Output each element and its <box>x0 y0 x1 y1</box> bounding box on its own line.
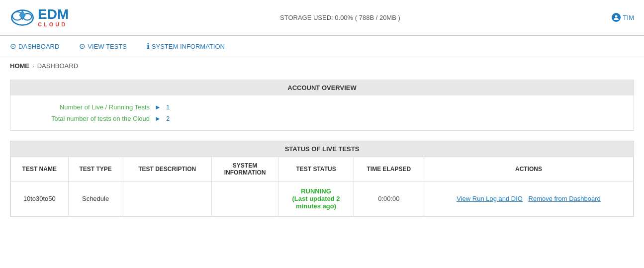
cell-time-elapsed: 0:00:00 <box>354 181 424 216</box>
logo: EDM CLOUD <box>10 5 69 30</box>
live-tests-table-wrap: TEST NAME TEST TYPE TEST DESCRIPTION SYS… <box>10 157 634 216</box>
account-overview-section: ACCOUNT OVERVIEW Number of Live / Runnin… <box>10 80 634 131</box>
table-head: TEST NAME TEST TYPE TEST DESCRIPTION SYS… <box>11 157 634 181</box>
view-tests-icon: ⊙ <box>79 42 86 51</box>
storage-info: STORAGE USED: 0.00% ( 788B / 20MB ) <box>280 14 400 21</box>
overview-arrow-total: ► <box>155 115 161 122</box>
storage-label: STORAGE USED: 0.00% ( 788B / 20MB ) <box>280 14 400 21</box>
logo-cloud: CLOUD <box>38 21 69 27</box>
col-test-desc: TEST DESCRIPTION <box>123 157 211 181</box>
overview-label-total: Total number of tests on the Cloud <box>20 115 150 122</box>
overview-arrow-live: ► <box>155 103 161 111</box>
nav-system-info[interactable]: ℹ SYSTEM INFORMATION <box>137 40 235 53</box>
live-tests-title: STATUS OF LIVE TESTS <box>10 141 634 157</box>
nav-dashboard[interactable]: ⊙ DASHBOARD <box>10 40 69 53</box>
account-overview-title: ACCOUNT OVERVIEW <box>10 80 634 95</box>
nav-system-info-label: SYSTEM INFORMATION <box>152 43 225 50</box>
nav-view-tests-label: VIEW TESTS <box>88 43 127 50</box>
col-test-status: TEST STATUS <box>278 157 354 181</box>
nav-view-tests[interactable]: ⊙ VIEW TESTS <box>69 40 137 53</box>
table-row: 10to30to50 Schedule RUNNING (Last update… <box>11 181 634 216</box>
user-icon <box>612 13 621 22</box>
cell-actions: View Run Log and DIO Remove from Dashboa… <box>424 181 634 216</box>
col-test-name: TEST NAME <box>11 157 69 181</box>
time-elapsed-value: 0:00:00 <box>378 195 399 202</box>
status-line1: RUNNING <box>301 187 331 195</box>
cell-test-type: Schedule <box>68 181 123 216</box>
cell-sys-info <box>211 181 278 216</box>
cell-test-name: 10to30to50 <box>11 181 69 216</box>
col-actions: ACTIONS <box>424 157 634 181</box>
col-test-type: TEST TYPE <box>68 157 123 181</box>
overview-row-live: Number of Live / Running Tests ► 1 <box>20 101 624 113</box>
user-menu[interactable]: TIM <box>612 13 634 22</box>
user-name: TIM <box>623 14 634 21</box>
nav-dashboard-label: DASHBOARD <box>18 43 59 50</box>
logo-edm: EDM <box>38 7 69 21</box>
system-info-icon: ℹ <box>147 42 150 51</box>
overview-value-live: 1 <box>166 103 170 111</box>
header: EDM CLOUD STORAGE USED: 0.00% ( 788B / 2… <box>0 0 644 36</box>
overview-row-total: Total number of tests on the Cloud ► 2 <box>20 113 624 124</box>
breadcrumb: HOME › DASHBOARD <box>0 57 644 75</box>
view-run-log-button[interactable]: View Run Log and DIO <box>457 195 523 202</box>
breadcrumb-separator: › <box>32 63 34 69</box>
breadcrumb-current: DASHBOARD <box>37 62 78 70</box>
overview-label-live: Number of Live / Running Tests <box>20 103 150 111</box>
remove-from-dashboard-button[interactable]: Remove from Dashboard <box>529 195 601 202</box>
overview-value-total: 2 <box>166 115 170 122</box>
live-tests-section: STATUS OF LIVE TESTS TEST NAME TEST TYPE… <box>10 141 634 217</box>
cell-test-status: RUNNING (Last updated 2 minutes ago) <box>278 181 354 216</box>
col-sys-info: SYSTEMINFORMATION <box>211 157 278 181</box>
col-time-elapsed: TIME ELAPSED <box>354 157 424 181</box>
status-line2: (Last updated 2 <box>292 195 340 202</box>
main-nav: ⊙ DASHBOARD ⊙ VIEW TESTS ℹ SYSTEM INFORM… <box>0 36 644 57</box>
person-icon <box>613 14 619 20</box>
logo-text: EDM CLOUD <box>38 7 69 27</box>
svg-point-5 <box>615 15 617 18</box>
table-header-row: TEST NAME TEST TYPE TEST DESCRIPTION SYS… <box>11 157 634 181</box>
status-line3: minutes ago) <box>296 202 336 210</box>
dashboard-icon: ⊙ <box>10 42 16 51</box>
cell-test-desc <box>123 181 211 216</box>
account-overview-body: Number of Live / Running Tests ► 1 Total… <box>10 95 634 130</box>
logo-icon <box>10 5 35 30</box>
table-body: 10to30to50 Schedule RUNNING (Last update… <box>11 181 634 216</box>
breadcrumb-home[interactable]: HOME <box>10 62 29 70</box>
live-tests-table: TEST NAME TEST TYPE TEST DESCRIPTION SYS… <box>10 157 634 216</box>
status-running-text: RUNNING (Last updated 2 minutes ago) <box>282 187 349 210</box>
